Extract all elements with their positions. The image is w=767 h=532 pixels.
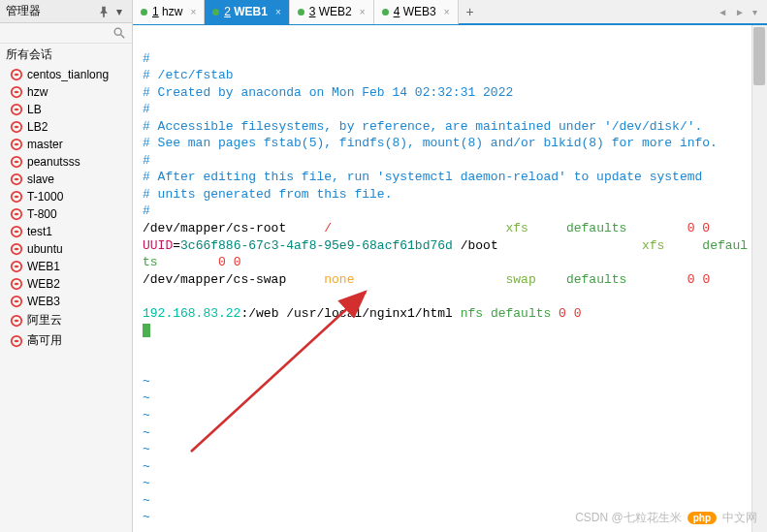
session-item[interactable]: LB2 [0,118,132,136]
close-icon[interactable]: × [190,7,196,17]
session-item[interactable]: 阿里云 [0,310,132,330]
terminal-line: # [143,102,150,116]
session-label: WEB1 [27,260,60,273]
terminal-line: # /etc/fstab [143,68,234,82]
tab-WEB2[interactable]: 3 WEB2× [290,0,374,24]
session-icon [10,207,23,221]
close-icon[interactable]: × [275,7,281,17]
tab-menu-icon[interactable]: ▾ [749,7,761,17]
session-icon [10,120,23,134]
session-icon [10,85,23,99]
session-item[interactable]: peanutsss [0,153,132,171]
svg-line-1 [121,35,125,39]
terminal-line: # Created by anaconda on Mon Feb 14 02:3… [143,85,513,100]
cursor-icon [143,324,150,337]
session-list: centos_tianlonghzwLBLB2masterpeanutssssl… [0,66,132,532]
session-icon [10,295,23,308]
session-item[interactable]: 高可用 [0,330,132,351]
tab-label: 1 hzw [152,5,182,18]
terminal-line: # [143,153,150,168]
session-item[interactable]: master [0,136,132,153]
session-label: test1 [27,225,52,238]
terminal-line: # units generated from this file. [143,187,392,202]
session-item[interactable]: WEB2 [0,275,132,293]
session-item[interactable]: slave [0,171,132,188]
session-icon [10,103,23,116]
session-label: ubuntu [27,242,63,256]
watermark: CSDN @七粒花生米 php 中文网 [575,510,757,526]
svg-point-0 [114,28,121,35]
session-item[interactable]: WEB1 [0,258,132,275]
terminal-tilde: ~ [143,391,150,405]
session-icon [10,225,23,238]
main-area: 1 hzw×2 WEB1×3 WEB2×4 WEB3×+ ◄ ► ▾ # # /… [133,0,767,532]
tab-prev-icon[interactable]: ◄ [714,7,731,17]
session-icon [10,242,23,256]
session-icon [10,155,23,169]
session-item[interactable]: WEB3 [0,293,132,310]
terminal-line: # Accessible filesystems, by reference, … [143,119,702,134]
session-label: master [27,138,63,151]
terminal-tilde: ~ [143,476,150,490]
session-icon [10,277,23,291]
terminal-tilde: ~ [143,510,150,524]
terminal-line: # After editing this file, run 'systemct… [143,170,702,184]
session-label: 高可用 [27,332,62,349]
sidebar-header: 管理器 ▾ [0,0,132,23]
terminal-line: /dev/mapper/cs-swap none swap defaults 0… [143,272,710,287]
session-item[interactable]: test1 [0,223,132,240]
session-icon [10,172,23,186]
pin-icon[interactable] [97,5,111,18]
status-dot-icon [298,9,304,16]
session-item[interactable]: hzw [0,83,132,101]
terminal-line: ts 0 0 [143,255,240,269]
scrollbar[interactable] [751,25,767,532]
session-icon [10,68,23,81]
tab-WEB1[interactable]: 2 WEB1× [205,0,290,24]
session-sidebar: 管理器 ▾ 所有会话 centos_tianlonghzwLBLB2master… [0,0,133,532]
dropdown-icon[interactable]: ▾ [112,5,126,18]
search-icon[interactable] [112,26,126,40]
terminal-tilde: ~ [143,493,150,508]
terminal-tilde: ~ [143,442,150,456]
tab-WEB3[interactable]: 4 WEB3× [374,0,459,24]
watermark-credit: CSDN @七粒花生米 [575,510,682,526]
tab-nav: ◄ ► ▾ [714,7,767,17]
watermark-logo-icon: php [687,512,717,524]
session-group-label: 所有会话 [0,44,132,66]
session-label: centos_tianlong [27,68,109,81]
status-dot-icon [212,9,219,16]
session-item[interactable]: T-1000 [0,188,132,205]
session-label: WEB2 [27,277,60,291]
status-dot-icon [141,9,147,16]
session-label: 阿里云 [27,312,62,329]
session-item[interactable]: ubuntu [0,240,132,258]
sidebar-title: 管理器 [6,3,95,19]
terminal-line: # [143,51,150,66]
watermark-cn: 中文网 [722,510,757,526]
session-item[interactable]: centos_tianlong [0,66,132,83]
terminal-tilde: ~ [143,459,150,474]
session-label: slave [27,172,54,186]
close-icon[interactable]: × [360,7,366,17]
terminal-tilde: ~ [143,408,150,422]
tab-label: 3 WEB2 [309,5,352,18]
close-icon[interactable]: × [444,7,450,17]
terminal-line: UUID=3c66f886-67c3-4af8-95e9-68acf61bd76… [143,238,748,253]
status-dot-icon [382,9,389,16]
session-item[interactable]: T-800 [0,205,132,223]
tab-add-button[interactable]: + [459,4,482,19]
session-label: LB2 [27,120,48,134]
terminal-line: # [143,203,150,218]
session-label: hzw [27,85,48,99]
terminal-tilde: ~ [143,374,150,389]
terminal-view[interactable]: # # /etc/fstab # Created by anaconda on … [133,25,767,532]
scrollbar-thumb[interactable] [753,27,765,85]
tab-next-icon[interactable]: ► [731,7,749,17]
tab-hzw[interactable]: 1 hzw× [133,0,205,24]
terminal-line: # See man pages fstab(5), findfs(8), mou… [143,136,718,150]
tab-label: 4 WEB3 [394,5,436,18]
terminal-line: /dev/mapper/cs-root / xfs defaults 0 0 [143,221,710,235]
session-icon [10,314,23,328]
session-item[interactable]: LB [0,101,132,118]
